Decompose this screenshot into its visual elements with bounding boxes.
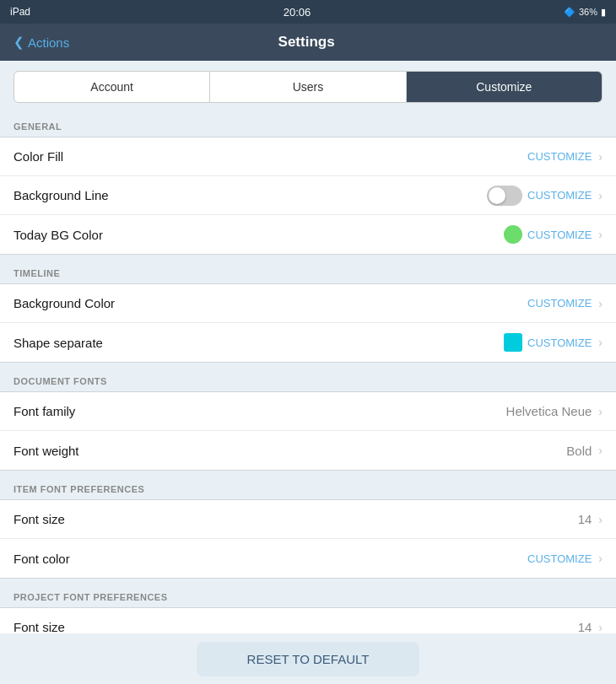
chevron-item-font-size: ›: [598, 513, 602, 526]
right-color-fill: CUSTOMIZE ›: [527, 150, 602, 164]
label-shape-separate: Shape separate: [14, 336, 504, 350]
customize-background-color[interactable]: CUSTOMIZE: [527, 297, 592, 310]
tab-account[interactable]: Account: [14, 72, 210, 102]
section-header-project-fonts: PROJECT FONT PREFERENCES: [0, 582, 616, 607]
reset-button[interactable]: RESET TO DEFAULT: [197, 642, 420, 676]
status-bar: iPad 20:06 🔷 36% ▮: [0, 0, 616, 24]
section-doc-fonts: Font family Helvetica Neue › Font weight…: [0, 391, 616, 471]
chevron-font-weight: ›: [598, 444, 602, 457]
chevron-shape-separate: ›: [598, 336, 602, 349]
customize-color-fill[interactable]: CUSTOMIZE: [527, 150, 592, 163]
row-item-font-color[interactable]: Font color CUSTOMIZE ›: [0, 539, 616, 578]
row-background-line[interactable]: Background Line CUSTOMIZE ›: [0, 176, 616, 215]
label-today-bg-color: Today BG Color: [14, 228, 504, 242]
nav-bar: ❮ Actions Settings: [0, 24, 616, 61]
right-font-family: Helvetica Neue ›: [506, 404, 602, 418]
label-background-line: Background Line: [14, 188, 487, 202]
bluetooth-icon: 🔷: [564, 7, 575, 18]
chevron-background-color: ›: [598, 297, 602, 310]
value-font-weight: Bold: [566, 444, 592, 458]
label-item-font-color: Font color: [14, 552, 527, 566]
chevron-left-icon: ❮: [14, 35, 24, 50]
label-font-weight: Font weight: [14, 444, 566, 458]
right-today-bg-color: CUSTOMIZE ›: [504, 225, 602, 244]
section-header-item-fonts: ITEM FONT PREFERENCES: [0, 474, 616, 499]
right-item-font-size: 14 ›: [578, 512, 602, 526]
color-dot-today: [504, 225, 522, 244]
label-project-font-size: Font size: [14, 620, 578, 634]
section-item-fonts: Font size 14 › Font color CUSTOMIZE ›: [0, 499, 616, 579]
section-header-general: GENERAL: [0, 111, 616, 137]
chevron-background-line: ›: [598, 189, 602, 202]
right-project-font-size: 14 ›: [578, 620, 602, 634]
row-shape-separate[interactable]: Shape separate CUSTOMIZE ›: [0, 323, 616, 362]
chevron-color-fill: ›: [598, 150, 602, 164]
label-background-color: Background Color: [14, 296, 527, 310]
customize-today-bg-color[interactable]: CUSTOMIZE: [527, 229, 592, 241]
status-device: iPad: [10, 6, 30, 18]
row-background-color[interactable]: Background Color CUSTOMIZE ›: [0, 284, 616, 323]
section-general: Color Fill CUSTOMIZE › Background Line C…: [0, 137, 616, 255]
label-color-fill: Color Fill: [14, 149, 527, 164]
value-project-font-size: 14: [578, 620, 592, 634]
battery-text: 36%: [579, 7, 597, 17]
status-time: 20:06: [284, 6, 311, 19]
row-item-font-size[interactable]: Font size 14 ›: [0, 500, 616, 539]
row-font-weight[interactable]: Font weight Bold ›: [0, 431, 616, 470]
section-header-timeline: TIMELINE: [0, 258, 616, 283]
footer: RESET TO DEFAULT: [0, 633, 616, 684]
value-font-family: Helvetica Neue: [506, 404, 592, 418]
battery-icon: ▮: [601, 7, 606, 18]
nav-title: Settings: [278, 34, 335, 51]
label-font-family: Font family: [14, 404, 506, 418]
row-font-family[interactable]: Font family Helvetica Neue ›: [0, 392, 616, 431]
status-left: iPad: [10, 6, 30, 18]
section-timeline: Background Color CUSTOMIZE › Shape separ…: [0, 283, 616, 363]
section-header-doc-fonts: DOCUMENT FONTS: [0, 366, 616, 391]
tab-customize[interactable]: Customize: [407, 72, 602, 102]
back-label[interactable]: Actions: [28, 35, 69, 50]
right-background-line: CUSTOMIZE ›: [487, 186, 602, 206]
chevron-item-font-color: ›: [598, 552, 602, 565]
right-background-color: CUSTOMIZE ›: [527, 297, 602, 310]
row-today-bg-color[interactable]: Today BG Color CUSTOMIZE ›: [0, 215, 616, 254]
value-item-font-size: 14: [578, 512, 592, 526]
right-item-font-color: CUSTOMIZE ›: [527, 552, 602, 565]
row-color-fill[interactable]: Color Fill CUSTOMIZE ›: [0, 137, 616, 176]
label-item-font-size: Font size: [14, 512, 578, 526]
toggle-background-line[interactable]: [487, 186, 522, 206]
right-shape-separate: CUSTOMIZE ›: [504, 333, 602, 352]
color-square-shape: [504, 333, 522, 352]
content-area: GENERAL Color Fill CUSTOMIZE › Backgroun…: [0, 111, 616, 684]
tab-users[interactable]: Users: [210, 72, 406, 102]
status-right: 🔷 36% ▮: [564, 7, 606, 18]
chevron-project-font-size: ›: [598, 621, 602, 634]
chevron-today-bg-color: ›: [598, 228, 602, 241]
back-button[interactable]: ❮ Actions: [14, 35, 69, 50]
customize-background-line[interactable]: CUSTOMIZE: [527, 189, 592, 202]
right-font-weight: Bold ›: [566, 444, 602, 458]
customize-shape-separate[interactable]: CUSTOMIZE: [527, 337, 592, 349]
chevron-font-family: ›: [598, 405, 602, 418]
tab-bar: Account Users Customize: [14, 71, 602, 103]
customize-item-font-color[interactable]: CUSTOMIZE: [527, 552, 592, 565]
